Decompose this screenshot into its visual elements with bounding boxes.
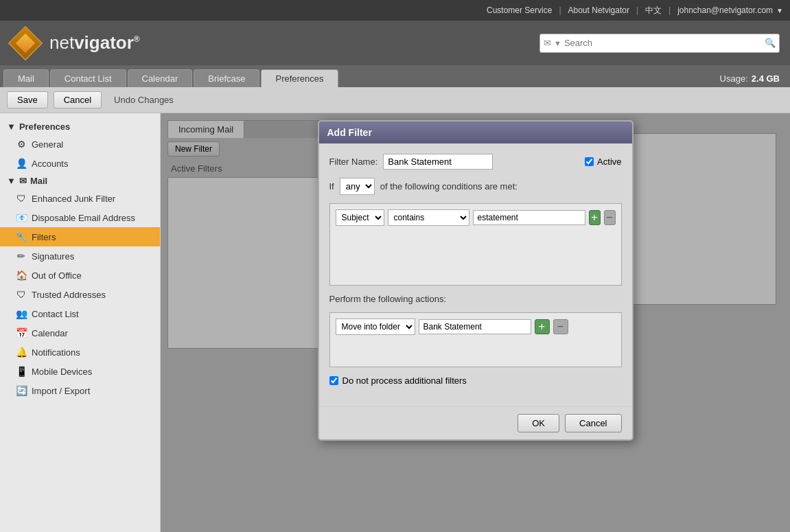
of-following-text: of the following conditions are met: xyxy=(380,181,518,192)
tab-preferences[interactable]: Preferences xyxy=(261,69,338,87)
filter-name-input[interactable] xyxy=(383,154,493,170)
sidebar-item-calendar[interactable]: 📅 Calendar xyxy=(0,323,160,343)
sep1: | xyxy=(559,5,561,15)
sidebar-section-mail: ▼ ✉ Mail xyxy=(0,173,160,189)
sidebar-item-import-export[interactable]: 🔄 Import / Export xyxy=(0,381,160,400)
do-not-process-checkbox[interactable] xyxy=(329,376,338,385)
content-area: Incoming Mail New Filter Active Filters … xyxy=(161,113,790,532)
sidebar-item-disposable-email[interactable]: 📧 Disposable Email Address xyxy=(0,208,160,227)
sep3: | xyxy=(669,5,671,15)
do-not-process-label: Do not process additional filters xyxy=(342,375,467,386)
main: ▼ Preferences ⚙ General 👤 Accounts ▼ ✉ M… xyxy=(0,113,790,532)
toolbar: Save Cancel Undo Changes xyxy=(0,87,790,113)
search-type-dropdown[interactable]: ▼ xyxy=(554,39,561,47)
accounts-icon: 👤 xyxy=(15,157,27,170)
actions-label: Perform the following actions: xyxy=(329,294,447,304)
filter-name-row: Filter Name: Active xyxy=(329,154,622,170)
tab-calendar[interactable]: Calendar xyxy=(128,69,193,87)
sidebar-item-filters[interactable]: 🔧 Filters xyxy=(0,227,160,246)
sidebar: ▼ Preferences ⚙ General 👤 Accounts ▼ ✉ M… xyxy=(0,113,161,532)
sidebar-item-contact-list[interactable]: 👥 Contact List xyxy=(0,304,160,323)
tab-mail[interactable]: Mail xyxy=(3,69,49,87)
mobile-devices-icon: 📱 xyxy=(15,365,27,378)
modal-overlay: Add Filter Filter Name: Active I xyxy=(161,113,790,532)
usage-info: Usage: 2.4 GB xyxy=(710,73,790,87)
cancel-button[interactable]: Cancel xyxy=(54,91,102,108)
add-filter-modal: Add Filter Filter Name: Active I xyxy=(318,120,634,441)
condition-field-select[interactable]: Subject From To Body xyxy=(336,209,384,226)
if-label: If xyxy=(329,181,334,192)
remove-action-button[interactable]: − xyxy=(553,319,568,334)
sidebar-item-signatures[interactable]: ✏ Signatures xyxy=(0,246,160,266)
action-row: Move into folder Tag Flag Delete + − xyxy=(336,319,616,335)
add-action-button[interactable]: + xyxy=(535,319,550,334)
action-op-select[interactable]: Move into folder Tag Flag Delete xyxy=(336,319,415,335)
user-menu[interactable]: johnchan@netvigator.com ▼ xyxy=(677,5,783,15)
user-dropdown-arrow: ▼ xyxy=(776,7,783,14)
nav-tabs: Mail Contact List Calendar Briefcase Pre… xyxy=(0,65,790,87)
undo-changes-button[interactable]: Undo Changes xyxy=(114,95,174,105)
signatures-icon: ✏ xyxy=(15,250,27,262)
action-value-input[interactable] xyxy=(419,319,531,334)
filter-name-label: Filter Name: xyxy=(329,157,378,167)
trusted-addresses-icon: 🛡 xyxy=(15,288,27,301)
topbar: Customer Service | About Netvigator | 中文… xyxy=(0,0,790,21)
sidebar-item-accounts[interactable]: 👤 Accounts xyxy=(0,154,160,173)
customer-service-link[interactable]: Customer Service xyxy=(487,5,552,15)
actions-area: Move into folder Tag Flag Delete + − xyxy=(329,312,622,367)
username: johnchan@netvigator.com xyxy=(677,5,773,15)
mail-icon: ✉ xyxy=(544,38,551,48)
condition-row: Subject From To Body contains does not c… xyxy=(336,209,616,226)
logo-text: netvigator® xyxy=(49,32,140,54)
import-export-icon: 🔄 xyxy=(15,384,27,397)
tab-briefcase[interactable]: Briefcase xyxy=(194,69,259,87)
usage-value: 2.4 GB xyxy=(752,73,780,84)
sidebar-item-out-of-office[interactable]: 🏠 Out of Office xyxy=(0,266,160,285)
sidebar-item-trusted-addresses[interactable]: 🛡 Trusted Addresses xyxy=(0,285,160,304)
about-link[interactable]: About Netvigator xyxy=(568,5,629,15)
notifications-icon: 🔔 xyxy=(15,346,27,358)
search-icon[interactable]: 🔍 xyxy=(765,38,776,48)
sidebar-item-mobile-devices[interactable]: 📱 Mobile Devices xyxy=(0,362,160,381)
logo[interactable]: netvigator® xyxy=(10,28,140,58)
modal-body: Filter Name: Active If any of the xyxy=(319,143,632,406)
conditions-header-row: If any of the following conditions are m… xyxy=(329,178,622,195)
active-checkbox[interactable] xyxy=(585,157,594,166)
logobar: netvigator® ✉ ▼ 🔍 xyxy=(0,21,790,65)
search-bar[interactable]: ✉ ▼ 🔍 xyxy=(539,34,780,53)
filters-icon: 🔧 xyxy=(15,231,27,243)
preferences-arrow: ▼ xyxy=(7,122,16,132)
sidebar-item-general[interactable]: ⚙ General xyxy=(0,135,160,154)
conditions-area: Subject From To Body contains does not c… xyxy=(329,203,622,286)
enhanced-junk-icon: 🛡 xyxy=(15,192,27,205)
tab-contact-list[interactable]: Contact List xyxy=(50,69,126,87)
actions-label-row: Perform the following actions: xyxy=(329,294,622,304)
sidebar-item-enhanced-junk[interactable]: 🛡 Enhanced Junk Filter xyxy=(0,189,160,208)
contact-list-icon: 👥 xyxy=(15,308,27,320)
ok-button[interactable]: OK xyxy=(518,414,559,432)
search-input[interactable] xyxy=(564,38,765,48)
sidebar-section-preferences: ▼ Preferences xyxy=(0,119,160,135)
modal-header: Add Filter xyxy=(319,122,632,143)
disposable-email-icon: 📧 xyxy=(15,211,27,224)
sep2: | xyxy=(636,5,638,15)
save-button[interactable]: Save xyxy=(7,91,48,108)
condition-op-select[interactable]: contains does not contain is is not xyxy=(388,209,469,226)
remove-condition-button[interactable]: − xyxy=(604,210,616,225)
any-all-select[interactable]: any xyxy=(340,178,375,195)
do-not-process-row: Do not process additional filters xyxy=(329,375,622,386)
mail-envelope-icon: ✉ xyxy=(19,176,27,186)
condition-value-input[interactable] xyxy=(473,210,585,225)
lang-link[interactable]: 中文 xyxy=(645,5,662,16)
calendar-icon: 📅 xyxy=(15,327,27,339)
add-condition-button[interactable]: + xyxy=(589,210,601,225)
out-of-office-icon: 🏠 xyxy=(15,269,27,281)
modal-cancel-button[interactable]: Cancel xyxy=(565,414,621,432)
mail-arrow: ▼ xyxy=(7,176,16,186)
general-icon: ⚙ xyxy=(15,138,27,150)
modal-footer: OK Cancel xyxy=(319,406,632,439)
sidebar-item-notifications[interactable]: 🔔 Notifications xyxy=(0,343,160,362)
active-label: Active xyxy=(597,157,621,167)
active-checkbox-group: Active xyxy=(585,157,621,167)
